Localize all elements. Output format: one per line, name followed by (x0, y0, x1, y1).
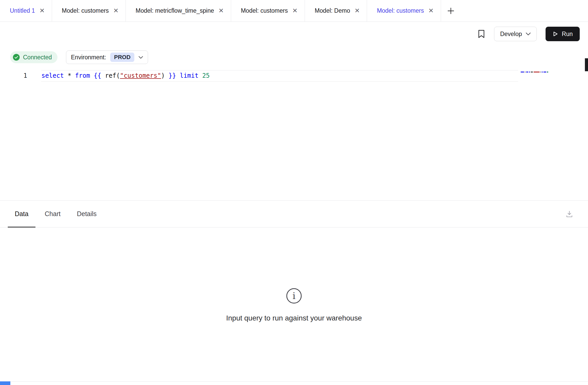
download-icon (565, 210, 573, 218)
empty-state-message: Input query to run against your warehous… (226, 314, 362, 322)
tab-label: Model: customers (241, 7, 288, 14)
connection-status-label: Connected (23, 54, 52, 61)
download-button[interactable] (565, 210, 573, 218)
tab-strip: Untitled 1×Model: customers×Model: metri… (0, 0, 441, 22)
code-token: ) (161, 72, 168, 79)
environment-value-badge: PROD (110, 53, 135, 62)
code-token: "customers" (120, 72, 161, 79)
code-line[interactable]: select * from {{ ref("customers") }} lim… (41, 70, 210, 81)
editor-tab[interactable]: Model: metricflow_time_spine× (126, 0, 231, 22)
run-button[interactable]: Run (546, 27, 580, 41)
minimap-mark (521, 72, 524, 73)
code-token: 25 (202, 72, 210, 79)
minimap-mark (543, 72, 546, 73)
code-token: }} (168, 72, 180, 79)
minimap-mark (529, 72, 530, 73)
code-token: from (75, 72, 94, 79)
svg-text:i: i (292, 290, 296, 301)
tab-label: Untitled 1 (10, 7, 35, 14)
tab-close-icon[interactable]: × (429, 6, 433, 15)
status-row: Connected Environment: PROD (0, 46, 588, 68)
environment-selector[interactable]: Environment: PROD (66, 51, 148, 64)
tab-label: Model: customers (62, 7, 109, 14)
editor-tab[interactable]: Model: customers× (367, 0, 441, 22)
code-token: limit (180, 72, 202, 79)
minimap[interactable] (521, 72, 562, 73)
results-panel: DataChartDetails i Input query to run ag… (0, 200, 588, 385)
chevron-down-icon (526, 32, 531, 35)
results-tab-bar: DataChartDetails (0, 201, 588, 227)
minimap-mark (534, 72, 540, 73)
code-editor[interactable]: 1 select * from {{ ref("customers") }} l… (0, 68, 588, 200)
scrollbar-thumb[interactable] (585, 58, 588, 71)
results-tab-details[interactable]: Details (70, 201, 104, 227)
bottom-strip (0, 381, 588, 385)
tab-bar: Untitled 1×Model: customers×Model: metri… (0, 0, 588, 22)
minimap-mark (531, 72, 533, 73)
minimap-mark (540, 72, 541, 73)
chevron-down-icon (138, 56, 143, 59)
minimap-mark (526, 72, 528, 73)
minimap-mark (542, 72, 543, 73)
results-tab-chart[interactable]: Chart (38, 201, 68, 227)
bookmark-button[interactable] (477, 30, 485, 38)
code-token: {{ (94, 72, 105, 79)
tab-close-icon[interactable]: × (40, 6, 45, 15)
tab-label: Model: Demo (315, 7, 350, 14)
bottom-left-accent (0, 381, 10, 385)
code-token: * (68, 72, 75, 79)
develop-dropdown-button[interactable]: Develop (494, 27, 536, 41)
editor-tab[interactable]: Model: customers× (52, 0, 126, 22)
line-number: 1 (0, 70, 27, 81)
code-token: select (41, 72, 68, 79)
plus-icon (447, 7, 455, 15)
minimap-mark (525, 72, 525, 73)
code-token: ref( (105, 72, 120, 79)
environment-label: Environment: (71, 54, 106, 61)
toolbar: Develop Run (0, 22, 588, 46)
play-icon (553, 31, 558, 37)
tab-label: Model: customers (377, 7, 424, 14)
ide-page: Untitled 1×Model: customers×Model: metri… (0, 0, 588, 385)
minimap-mark (547, 72, 548, 73)
new-tab-button[interactable] (441, 0, 461, 22)
develop-label: Develop (500, 31, 522, 38)
editor-tab[interactable]: Model: Demo× (305, 0, 367, 22)
tab-close-icon[interactable]: × (355, 6, 360, 15)
results-tab-list: DataChartDetails (8, 201, 106, 227)
bookmark-icon (477, 30, 485, 38)
editor-tab[interactable]: Untitled 1× (0, 0, 52, 22)
editor-tab[interactable]: Model: customers× (231, 0, 305, 22)
tab-close-icon[interactable]: × (113, 6, 118, 15)
connection-status-badge: Connected (10, 51, 57, 63)
results-tab-data[interactable]: Data (8, 201, 35, 227)
info-icon: i (286, 288, 302, 304)
run-label: Run (562, 31, 573, 38)
tab-label: Model: metricflow_time_spine (136, 7, 214, 14)
tab-close-icon[interactable]: × (219, 6, 224, 15)
tab-close-icon[interactable]: × (292, 6, 297, 15)
check-circle-icon (13, 54, 20, 61)
results-empty-state: i Input query to run against your wareho… (0, 227, 588, 322)
